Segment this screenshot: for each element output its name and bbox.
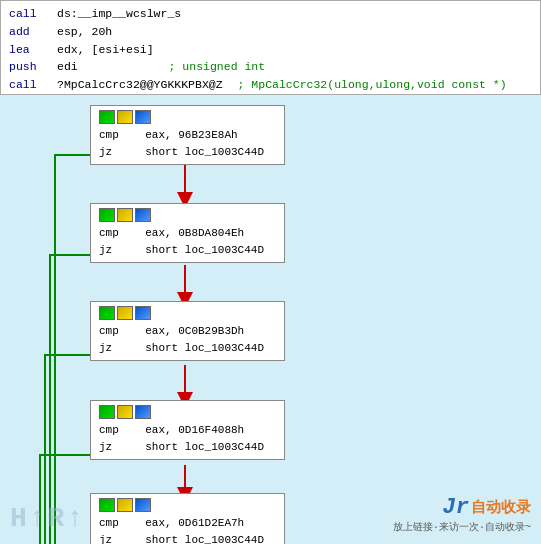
node3-code: cmp eax, 0C0B29B3Dh jz short loc_1003C44…: [99, 323, 276, 356]
mnemonic-1: call: [9, 5, 49, 23]
code-line-5: call ?MpCalcCrc32@@YGKKKPBX@Z ; MpCalcCr…: [9, 76, 532, 94]
comment-4: ; unsigned int: [169, 58, 266, 76]
mnemonic-5: call: [9, 76, 49, 94]
node2-btn-graph[interactable]: [135, 208, 151, 222]
code-panel: call ds:__imp__wcslwr_s add esp, 20h lea…: [0, 0, 541, 95]
code-line-2: add esp, 20h: [9, 23, 532, 41]
graph-area: cmp eax, 96B23E8Ah jz short loc_1003C44D…: [0, 95, 541, 544]
watermark-left: H↑R↑: [10, 503, 85, 534]
flow-node-3[interactable]: cmp eax, 0C0B29B3Dh jz short loc_1003C44…: [90, 301, 285, 361]
node3-btn-folder[interactable]: [117, 306, 133, 320]
code-line-4: push edi ; unsigned int: [9, 58, 532, 76]
logo-subtitle: 放上链接·来访一次·自动收录~: [393, 520, 531, 534]
operands-2: esp, 20h: [57, 23, 112, 41]
node1-toolbar: [99, 110, 276, 124]
node1-code: cmp eax, 96B23E8Ah jz short loc_1003C44D: [99, 127, 276, 160]
logo-right: Jr 自动收录 放上链接·来访一次·自动收录~: [393, 495, 531, 534]
node2-btn-green[interactable]: [99, 208, 115, 222]
node4-btn-folder[interactable]: [117, 405, 133, 419]
code-line-1: call ds:__imp__wcslwr_s: [9, 5, 532, 23]
operands-4: edi: [57, 58, 161, 76]
node3-toolbar: [99, 306, 276, 320]
node5-btn-folder[interactable]: [117, 498, 133, 512]
comment-5: ; MpCalcCrc32(ulong,ulong,void const *): [238, 76, 507, 94]
node1-btn-folder[interactable]: [117, 110, 133, 124]
node5-btn-graph[interactable]: [135, 498, 151, 512]
flow-node-2[interactable]: cmp eax, 0B8DA804Eh jz short loc_1003C44…: [90, 203, 285, 263]
node4-code: cmp eax, 0D16F4088h jz short loc_1003C44…: [99, 422, 276, 455]
node2-toolbar: [99, 208, 276, 222]
flow-node-5[interactable]: cmp eax, 0D61D2EA7h jz short loc_1003C44…: [90, 493, 285, 544]
operands-1: ds:__imp__wcslwr_s: [57, 5, 181, 23]
operands-5: ?MpCalcCrc32@@YGKKKPBX@Z: [57, 76, 230, 94]
mnemonic-2: add: [9, 23, 49, 41]
node2-btn-folder[interactable]: [117, 208, 133, 222]
flow-node-1[interactable]: cmp eax, 96B23E8Ah jz short loc_1003C44D: [90, 105, 285, 165]
node3-btn-green[interactable]: [99, 306, 115, 320]
node4-btn-graph[interactable]: [135, 405, 151, 419]
node3-btn-graph[interactable]: [135, 306, 151, 320]
node5-code: cmp eax, 0D61D2EA7h jz short loc_1003C44…: [99, 515, 276, 544]
mnemonic-4: push: [9, 58, 49, 76]
flow-node-4[interactable]: cmp eax, 0D16F4088h jz short loc_1003C44…: [90, 400, 285, 460]
node2-code: cmp eax, 0B8DA804Eh jz short loc_1003C44…: [99, 225, 276, 258]
node1-btn-green[interactable]: [99, 110, 115, 124]
mnemonic-3: lea: [9, 41, 49, 59]
logo-name-text: 自动收录: [471, 498, 531, 517]
node1-btn-graph[interactable]: [135, 110, 151, 124]
node5-toolbar: [99, 498, 276, 512]
code-line-3: lea edx, [esi+esi]: [9, 41, 532, 59]
operands-3: edx, [esi+esi]: [57, 41, 154, 59]
node5-btn-green[interactable]: [99, 498, 115, 512]
node4-btn-green[interactable]: [99, 405, 115, 419]
node4-toolbar: [99, 405, 276, 419]
logo-jr-text: Jr: [443, 495, 469, 520]
